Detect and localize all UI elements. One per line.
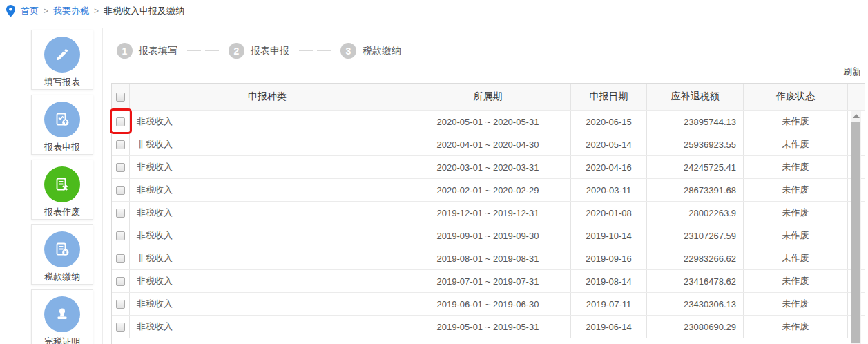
row-checkbox-cell <box>112 156 130 178</box>
table-row[interactable]: 非税收入 2019-12-01 ~ 2019-12-31 2020-01-08 … <box>112 201 865 224</box>
cell-declare-date: 2020-05-14 <box>571 133 647 155</box>
sidebar-item-fill-report[interactable]: 填写报表 <box>31 30 93 90</box>
row-checkbox-cell <box>112 316 130 338</box>
cell-declare-type: 非税收入 <box>130 293 405 315</box>
table-row[interactable]: 非税收入 2019-06-01 ~ 2019-06-30 2019-07-11 … <box>112 292 865 315</box>
breadcrumb-home[interactable]: 首页 <box>21 5 39 17</box>
col-header-declare-date: 申报日期 <box>571 84 647 110</box>
col-header-spacer <box>848 84 865 110</box>
stamp-icon <box>44 296 80 332</box>
table-row[interactable]: 非税收入 2019-05-01 ~ 2019-05-31 2019-06-14 … <box>112 315 865 338</box>
cell-declare-date: 2019-06-14 <box>571 316 647 338</box>
page: 首页 > 我要办税 > 非税收入申报及缴纳 填写报表 报表申报 报表作废 <box>0 0 868 344</box>
cell-void-status: 未作废 <box>744 293 848 315</box>
select-all-checkbox[interactable] <box>116 93 125 102</box>
step-number: 3 <box>340 43 356 59</box>
report-upload-icon <box>44 102 80 137</box>
sidebar-item-tax-certificate[interactable]: 完税证明 <box>31 289 93 344</box>
cell-declare-type: 非税收入 <box>130 247 405 269</box>
cell-amount: 23080690.29 <box>647 316 744 338</box>
table-row[interactable]: 非税收入 2020-03-01 ~ 2020-03-31 2020-04-16 … <box>112 155 865 178</box>
row-checkbox[interactable] <box>116 117 125 126</box>
row-checkbox-cell <box>112 270 130 292</box>
partial-next-row <box>112 338 865 344</box>
breadcrumb-current-page: 非税收入申报及缴纳 <box>104 5 184 17</box>
row-checkbox-cell <box>112 111 130 133</box>
location-pin-icon <box>6 5 16 17</box>
cell-period: 2020-02-01 ~ 2020-02-29 <box>405 179 571 201</box>
refresh-button[interactable]: 刷新 <box>843 66 861 78</box>
report-void-icon <box>44 166 80 202</box>
cell-amount: 25936923.55 <box>647 133 744 155</box>
cell-void-status: 未作废 <box>744 111 848 133</box>
row-checkbox-cell <box>112 224 130 247</box>
cell-void-status: 未作废 <box>744 270 848 292</box>
row-checkbox-cell <box>112 133 130 155</box>
cell-amount: 28002263.9 <box>647 202 744 224</box>
row-checkbox[interactable] <box>116 277 125 286</box>
table-row[interactable]: 非税收入 2019-09-01 ~ 2019-09-30 2019-10-14 … <box>112 224 865 247</box>
step-number: 1 <box>117 43 133 59</box>
wizard-stepper: 1 报表填写 2 报表申报 3 税款缴纳 <box>117 43 401 59</box>
sidebar-item-report-declare[interactable]: 报表申报 <box>31 95 93 155</box>
breadcrumb-separator: > <box>94 6 99 16</box>
row-checkbox-cell <box>112 293 130 315</box>
row-checkbox-cell <box>112 179 130 201</box>
step-3-tax-pay: 3 税款缴纳 <box>340 43 401 59</box>
row-checkbox[interactable] <box>116 163 125 172</box>
cell-declare-date: 2020-04-16 <box>571 156 647 178</box>
breadcrumb-separator: > <box>44 6 48 16</box>
step-label: 税款缴纳 <box>363 45 401 57</box>
cell-amount: 23895744.13 <box>647 111 744 133</box>
row-checkbox[interactable] <box>116 140 125 149</box>
cell-declare-date: 2019-10-14 <box>571 224 647 247</box>
cell-void-status: 未作废 <box>744 179 848 201</box>
main-panel: 1 报表填写 2 报表申报 3 税款缴纳 刷新 申报种类 所属期 申报 <box>102 28 868 344</box>
row-checkbox[interactable] <box>116 300 125 309</box>
sidebar-item-report-void[interactable]: 报表作废 <box>31 160 93 220</box>
cell-period: 2020-03-01 ~ 2020-03-31 <box>405 156 571 178</box>
step-number: 2 <box>229 43 244 59</box>
row-checkbox[interactable] <box>116 254 125 263</box>
table-row[interactable]: 非税收入 2019-08-01 ~ 2019-08-31 2019-09-16 … <box>112 247 865 269</box>
table-scrollbar[interactable] <box>851 111 861 344</box>
cell-period: 2019-07-01 ~ 2019-07-31 <box>405 270 571 292</box>
table-header-row: 申报种类 所属期 申报日期 应补退税额 作废状态 <box>112 84 865 110</box>
table-row[interactable]: 非税收入 2019-07-01 ~ 2019-07-31 2019-08-14 … <box>112 269 865 292</box>
table-row[interactable]: 非税收入 2020-02-01 ~ 2020-02-29 2020-03-11 … <box>112 178 865 201</box>
cell-amount: 22983266.62 <box>647 247 744 269</box>
cell-period: 2019-12-01 ~ 2019-12-31 <box>405 202 571 224</box>
cell-period: 2020-05-01 ~ 2020-05-31 <box>405 111 571 133</box>
scrollbar-thumb[interactable] <box>851 122 860 343</box>
table-row[interactable]: 非税收入 2020-05-01 ~ 2020-05-31 2020-06-15 … <box>112 110 865 133</box>
sidebar-item-label: 税款缴纳 <box>44 271 80 283</box>
scrollbar-up-button[interactable] <box>851 111 861 122</box>
table-row[interactable]: 非税收入 2020-04-01 ~ 2020-04-30 2020-05-14 … <box>112 133 865 155</box>
scroll-up-arrow-icon <box>853 114 860 118</box>
select-all-checkbox-cell <box>112 84 130 110</box>
cell-declare-date: 2019-08-14 <box>571 270 647 292</box>
row-checkbox[interactable] <box>116 323 125 332</box>
row-checkbox[interactable] <box>116 231 125 240</box>
table-body: 非税收入 2020-05-01 ~ 2020-05-31 2020-06-15 … <box>112 110 865 338</box>
cell-declare-type: 非税收入 <box>130 111 405 133</box>
cell-amount: 23416478.62 <box>647 270 744 292</box>
breadcrumb-tax-services[interactable]: 我要办税 <box>53 5 89 17</box>
cell-declare-type: 非税收入 <box>130 133 405 155</box>
step-1-fill-report: 1 报表填写 <box>117 43 177 59</box>
cell-void-status: 未作废 <box>744 133 848 155</box>
col-header-void-status: 作废状态 <box>744 84 848 110</box>
cell-declare-date: 2020-03-11 <box>571 179 647 201</box>
cell-amount: 23430306.13 <box>647 293 744 315</box>
row-checkbox[interactable] <box>116 209 125 218</box>
cell-declare-type: 非税收入 <box>130 224 405 247</box>
cell-declare-type: 非税收入 <box>130 156 405 178</box>
step-2-report-declare: 2 报表申报 <box>229 43 289 59</box>
cell-void-status: 未作废 <box>744 224 848 247</box>
row-checkbox-cell <box>112 247 130 269</box>
cell-period: 2020-04-01 ~ 2020-04-30 <box>405 133 571 155</box>
sidebar-item-tax-pay[interactable]: 税款缴纳 <box>31 224 93 285</box>
row-checkbox[interactable] <box>116 186 125 195</box>
cell-void-status: 未作废 <box>744 202 848 224</box>
sidebar-item-label: 完税证明 <box>44 336 80 344</box>
